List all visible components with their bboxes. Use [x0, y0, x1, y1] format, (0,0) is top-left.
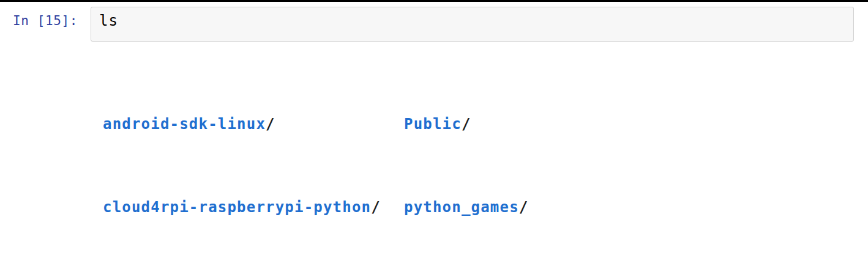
output-row: cloud4rpi-raspberrypi-python/ python_gam… [103, 197, 787, 218]
entry-name: cloud4rpi-raspberrypi-python [103, 199, 371, 216]
entry-suffix: / [519, 199, 529, 216]
output-entry: python_games/ [404, 197, 528, 218]
entry-suffix: / [371, 199, 381, 216]
output-row: android-sdk-linux/ Public/ [103, 114, 787, 135]
top-border [0, 0, 868, 2]
cell-output: android-sdk-linux/ Public/ cloud4rpi-ras… [103, 51, 787, 258]
output-entry: android-sdk-linux/ [103, 114, 404, 135]
entry-suffix: / [266, 116, 275, 133]
entry-name: android-sdk-linux [103, 116, 266, 133]
input-prompt: In [15]: [13, 13, 78, 28]
code-text: ls [99, 12, 118, 29]
output-entry: Public/ [404, 114, 471, 135]
output-entry: cloud4rpi-raspberrypi-python/ [103, 197, 404, 218]
entry-name: python_games [404, 199, 519, 216]
code-input-area[interactable]: ls [91, 7, 854, 42]
entry-suffix: / [462, 116, 471, 133]
entry-name: Public [404, 116, 462, 133]
